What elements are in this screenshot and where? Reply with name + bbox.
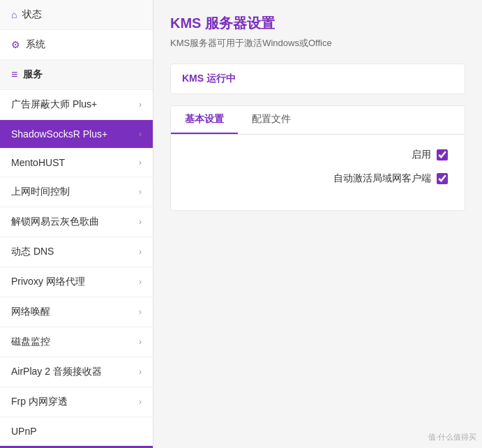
sidebar-item-services[interactable]: ≡服务 — [0, 60, 153, 90]
home-icon: ⌂ — [11, 9, 17, 20]
sidebar-item-label: 广告屏蔽大师 Plus+ — [11, 98, 97, 111]
sidebar-item-label: 磁盘监控 — [11, 336, 50, 348]
enable-checkbox-wrapper — [437, 149, 448, 160]
chevron-right-icon: › — [139, 307, 142, 317]
sidebar-item-privoxy[interactable]: Privoxy 网络代理› — [0, 267, 153, 297]
sidebar-item-shadowsocks[interactable]: ShadowSocksR Plus+› — [0, 120, 153, 149]
status-running-text: KMS 运行中 — [182, 73, 236, 84]
tabs-row: 基本设置 配置文件 — [171, 106, 465, 135]
chevron-right-icon: › — [139, 337, 142, 347]
sidebar-item-upnp[interactable]: UPnP — [0, 417, 153, 446]
page-subtitle: KMS服务器可用于激活Windows或Office — [170, 37, 465, 50]
auto-activate-checkbox-wrapper — [437, 173, 448, 184]
watermark: 值·什么值得买 — [428, 432, 476, 442]
chevron-right-icon: › — [139, 397, 142, 407]
enable-label: 启用 — [412, 149, 431, 161]
enable-checkbox[interactable] — [437, 149, 448, 160]
sidebar-item-label: Frp 内网穿透 — [11, 396, 68, 408]
chevron-right-icon: › — [139, 367, 142, 377]
gear-icon: ⚙ — [11, 39, 20, 50]
tab-config[interactable]: 配置文件 — [238, 106, 305, 134]
sidebar-item-disk-monitor[interactable]: 磁盘监控› — [0, 327, 153, 357]
sidebar-item-airplay[interactable]: AirPlay 2 音频接收器› — [0, 357, 153, 387]
sidebar-item-label: 解锁网易云灰色歌曲 — [11, 216, 99, 228]
sidebar-item-system[interactable]: ⚙系统 — [0, 30, 153, 60]
sidebar-item-label: AirPlay 2 音频接收器 — [11, 366, 102, 378]
sidebar-item-label: 动态 DNS — [11, 246, 54, 258]
sidebar-item-adblock[interactable]: 广告屏蔽大师 Plus+› — [0, 90, 153, 120]
main-content: KMS 服务器设置 KMS服务器可用于激活Windows或Office KMS … — [153, 0, 482, 448]
chevron-right-icon: › — [139, 158, 142, 167]
chevron-right-icon: › — [139, 129, 142, 139]
auto-activate-checkbox[interactable] — [437, 173, 448, 184]
sidebar-item-netease[interactable]: 解锁网易云灰色歌曲› — [0, 207, 153, 237]
sidebar-item-mentohust[interactable]: MentoHUST› — [0, 149, 153, 177]
sidebar-item-label: MentoHUST — [11, 157, 65, 168]
sidebar-item-frp[interactable]: Frp 内网穿透› — [0, 387, 153, 417]
sidebar-item-label: 网络唤醒 — [11, 306, 50, 318]
chevron-right-icon: › — [139, 100, 142, 110]
setting-enable-row: 启用 — [188, 149, 448, 161]
page-title: KMS 服务器设置 — [170, 14, 465, 33]
sidebar-item-wake-on-lan[interactable]: 网络唤醒› — [0, 297, 153, 327]
tab-basic[interactable]: 基本设置 — [171, 106, 238, 134]
sidebar-item-label: 状态 — [22, 8, 42, 21]
sidebar-item-label: 上网时间控制 — [11, 186, 70, 198]
setting-auto-activate-row: 自动激活局域网客户端 — [188, 172, 448, 185]
chevron-right-icon: › — [139, 247, 142, 257]
sidebar-item-label: Privoxy 网络代理 — [11, 276, 85, 288]
chevron-right-icon: › — [139, 277, 142, 287]
sidebar-item-status[interactable]: ⌂状态 — [0, 0, 153, 30]
sidebar-item-dynamic-dns[interactable]: 动态 DNS› — [0, 237, 153, 267]
sidebar-item-label: 系统 — [26, 38, 45, 51]
menu-icon: ≡ — [11, 68, 17, 81]
settings-card: 基本设置 配置文件 启用 自动激活局域网客户端 — [170, 105, 465, 211]
sidebar: ⌂状态⚙系统≡服务广告屏蔽大师 Plus+›ShadowSocksR Plus+… — [0, 0, 153, 448]
sidebar-item-label: ShadowSocksR Plus+ — [11, 128, 107, 140]
chevron-right-icon: › — [139, 217, 142, 227]
auto-activate-label: 自动激活局域网客户端 — [333, 172, 431, 185]
sidebar-item-label: UPnP — [11, 426, 37, 437]
chevron-right-icon: › — [139, 187, 142, 197]
sidebar-item-label: 服务 — [23, 68, 43, 81]
status-banner: KMS 运行中 — [170, 64, 465, 94]
settings-body: 启用 自动激活局域网客户端 — [171, 135, 465, 210]
sidebar-item-internet-control[interactable]: 上网时间控制› — [0, 177, 153, 207]
